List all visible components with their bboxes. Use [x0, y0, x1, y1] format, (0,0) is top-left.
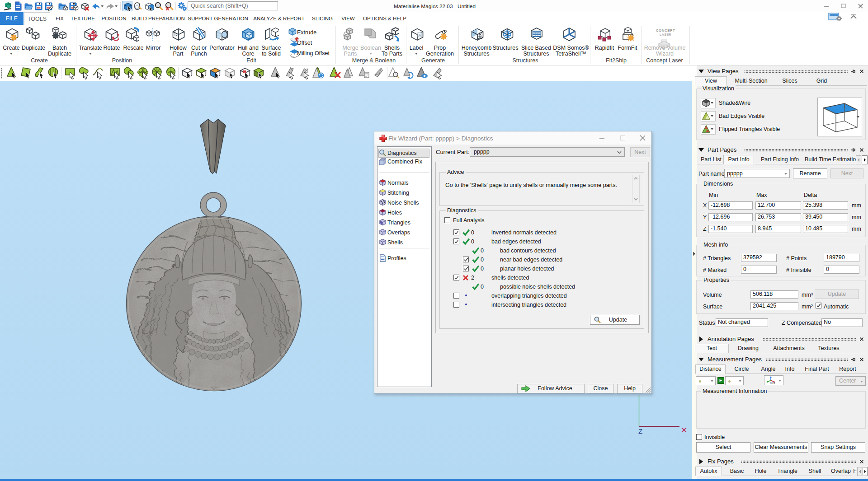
svg-text:Z: Z	[638, 427, 642, 435]
svg-text:A: A	[418, 33, 421, 37]
svg-text:XYZ: XYZ	[770, 382, 775, 384]
